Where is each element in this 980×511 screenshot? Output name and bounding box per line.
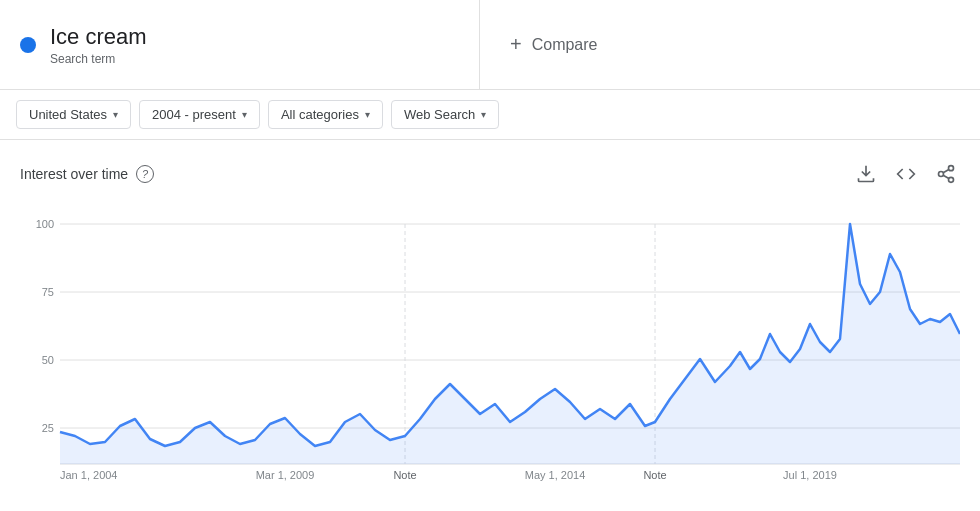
- term-name: Ice cream: [50, 24, 147, 50]
- filter-bar: United States ▾ 2004 - present ▾ All cat…: [0, 90, 980, 140]
- filter-region[interactable]: United States ▾: [16, 100, 131, 129]
- filter-search-type[interactable]: Web Search ▾: [391, 100, 499, 129]
- svg-point-2: [949, 177, 954, 182]
- filter-category[interactable]: All categories ▾: [268, 100, 383, 129]
- svg-line-3: [943, 175, 949, 178]
- svg-text:50: 50: [42, 354, 54, 366]
- svg-line-4: [943, 169, 949, 172]
- svg-marker-16: [60, 224, 960, 464]
- trend-chart: 100 75 50 25 Note Note Jan 1, 2004 Mar 1…: [20, 204, 960, 484]
- help-icon[interactable]: ?: [136, 165, 154, 183]
- svg-text:Note: Note: [393, 469, 416, 481]
- share-icon[interactable]: [932, 160, 960, 188]
- svg-text:25: 25: [42, 422, 54, 434]
- chevron-down-icon: ▾: [365, 109, 370, 120]
- svg-text:75: 75: [42, 286, 54, 298]
- svg-text:May 1, 2014: May 1, 2014: [525, 469, 586, 481]
- svg-point-0: [949, 166, 954, 171]
- chart-container: 100 75 50 25 Note Note Jan 1, 2004 Mar 1…: [20, 204, 960, 484]
- help-icon-label: ?: [142, 168, 148, 180]
- embed-icon[interactable]: [892, 160, 920, 188]
- chart-actions: [852, 160, 960, 188]
- search-term-area: Ice cream Search term: [0, 0, 480, 89]
- chart-title-area: Interest over time ?: [20, 165, 154, 183]
- chart-header: Interest over time ?: [20, 160, 960, 188]
- filter-search-type-label: Web Search: [404, 107, 475, 122]
- filter-period-label: 2004 - present: [152, 107, 236, 122]
- chart-title: Interest over time: [20, 166, 128, 182]
- download-icon[interactable]: [852, 160, 880, 188]
- top-bar: Ice cream Search term + Compare: [0, 0, 980, 90]
- svg-text:Note: Note: [643, 469, 666, 481]
- svg-point-1: [939, 172, 944, 177]
- plus-icon: +: [510, 33, 522, 56]
- term-label: Search term: [50, 52, 147, 66]
- term-text-block: Ice cream Search term: [50, 24, 147, 66]
- filter-period[interactable]: 2004 - present ▾: [139, 100, 260, 129]
- chevron-down-icon: ▾: [242, 109, 247, 120]
- svg-text:Jan 1, 2004: Jan 1, 2004: [60, 469, 118, 481]
- svg-text:100: 100: [36, 218, 54, 230]
- svg-text:Mar 1, 2009: Mar 1, 2009: [256, 469, 315, 481]
- chart-section: Interest over time ?: [0, 140, 980, 494]
- chevron-down-icon: ▾: [113, 109, 118, 120]
- svg-text:Jul 1, 2019: Jul 1, 2019: [783, 469, 837, 481]
- filter-category-label: All categories: [281, 107, 359, 122]
- compare-label: Compare: [532, 36, 598, 54]
- compare-area[interactable]: + Compare: [480, 0, 980, 89]
- term-color-dot: [20, 37, 36, 53]
- filter-region-label: United States: [29, 107, 107, 122]
- chevron-down-icon: ▾: [481, 109, 486, 120]
